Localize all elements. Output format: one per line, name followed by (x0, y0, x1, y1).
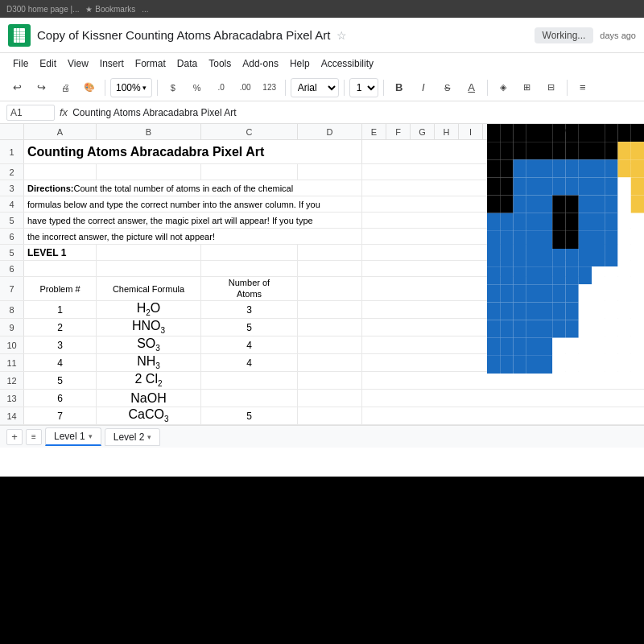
font-selector[interactable]: Arial (291, 78, 339, 97)
cell-2d[interactable] (298, 164, 362, 180)
cell-16d[interactable] (298, 407, 362, 424)
cell-9d[interactable] (298, 277, 362, 300)
formula-h2o[interactable]: H2O (97, 301, 201, 318)
row-num-9: 7 (0, 277, 24, 300)
problem-num-2[interactable]: 2 (24, 319, 97, 336)
strikethrough-button[interactable]: S (437, 77, 458, 98)
align-button[interactable]: ≡ (572, 77, 593, 98)
font-size-selector[interactable]: 18 (349, 78, 378, 97)
fill-color-button[interactable]: ◈ (493, 77, 514, 98)
cell-7b[interactable] (97, 245, 201, 260)
zoom-selector[interactable]: 100% ▾ (110, 78, 152, 97)
atoms-4[interactable]: 4 (201, 354, 298, 371)
format123-button[interactable]: 123 (259, 77, 280, 98)
italic-button[interactable]: I (413, 77, 434, 98)
menu-data[interactable]: Data (172, 56, 202, 71)
underline-button[interactable]: A (461, 77, 482, 98)
menu-file[interactable]: File (8, 56, 33, 71)
borders-button[interactable]: ⊞ (517, 77, 538, 98)
row-num-16: 14 (0, 407, 24, 424)
cell-13d[interactable] (298, 354, 362, 371)
atoms-7[interactable]: 5 (201, 407, 298, 424)
cell-15d[interactable] (298, 390, 362, 407)
problem-num-7[interactable]: 7 (24, 407, 97, 424)
directions-row5[interactable]: have typed the correct answer, the magic… (24, 213, 362, 228)
merge-button[interactable]: ⊟ (541, 77, 562, 98)
browser-tab-other[interactable]: ... (142, 5, 148, 14)
cell-2b[interactable] (97, 164, 201, 180)
toolbar: ↩ ↪ 🖨 🎨 100% ▾ $ % .0 .00 123 Arial 18 B… (0, 74, 644, 101)
header-atoms[interactable]: Number ofAtoms (201, 277, 298, 300)
problem-num-6[interactable]: 6 (24, 390, 97, 407)
paint-format-button[interactable]: 🎨 (79, 77, 100, 98)
level-label-cell[interactable]: LEVEL 1 (24, 245, 97, 260)
cell-2c[interactable] (201, 164, 298, 180)
sheets-wrapper: Copy of Kissner Counting Atoms Abracadab… (0, 18, 644, 477)
formula-2cl2[interactable]: 2 Cl2 (97, 372, 201, 389)
title-cell[interactable]: Counting Atoms Abracadabra Pixel Art (24, 140, 362, 163)
sheet-list-button[interactable]: ≡ (26, 429, 42, 445)
atoms-2[interactable]: 5 (201, 319, 298, 336)
cell-8a[interactable] (24, 261, 97, 276)
menu-insert[interactable]: Insert (95, 56, 129, 71)
corner-header (0, 124, 24, 139)
cell-2a[interactable] (24, 164, 97, 180)
header-formula[interactable]: Chemical Formula (97, 277, 201, 300)
redo-button[interactable]: ↪ (31, 77, 52, 98)
menu-addons[interactable]: Add-ons (237, 56, 283, 71)
decimal00-button[interactable]: .00 (235, 77, 256, 98)
problem-num-3[interactable]: 3 (24, 336, 97, 353)
percent-button[interactable]: % (187, 77, 208, 98)
dollar-button[interactable]: $ (163, 77, 184, 98)
formula-nh3[interactable]: NH3 (97, 354, 201, 371)
problem-num-1[interactable]: 1 (24, 301, 97, 318)
cell-8c[interactable] (201, 261, 298, 276)
col-header-f: F (386, 124, 411, 139)
menu-format[interactable]: Format (130, 56, 171, 71)
zoom-value: 100% (116, 82, 141, 93)
col-header-a: A (24, 124, 97, 139)
row-num-13: 11 (0, 354, 24, 371)
row-num-8: 6 (0, 261, 24, 276)
decimal0-button[interactable]: .0 (211, 77, 232, 98)
directions-row6[interactable]: the incorrect answer, the picture will n… (24, 229, 362, 244)
problem-num-4[interactable]: 4 (24, 354, 97, 371)
formula-hno3[interactable]: HNO3 (97, 319, 201, 336)
print-button[interactable]: 🖨 (55, 77, 76, 98)
undo-button[interactable]: ↩ (6, 77, 27, 98)
formula-caco3[interactable]: CaCO3 (97, 407, 201, 424)
atoms-1[interactable]: 3 (201, 301, 298, 318)
atoms-3[interactable]: 4 (201, 336, 298, 353)
bold-button[interactable]: B (389, 77, 410, 98)
directions-row4[interactable]: formulas below and type the correct numb… (24, 196, 362, 212)
formula-so3[interactable]: SO3 (97, 336, 201, 353)
cell-reference-input[interactable] (6, 105, 55, 121)
menu-tools[interactable]: Tools (204, 56, 236, 71)
cell-14d[interactable] (298, 372, 362, 389)
sheet-tab-level2[interactable]: Level 2 ▾ (105, 428, 161, 446)
cell-12d[interactable] (298, 336, 362, 353)
atoms-6[interactable] (201, 390, 298, 407)
menu-bar: File Edit View Insert Format Data Tools … (0, 53, 644, 74)
star-icon[interactable]: ☆ (336, 29, 347, 42)
toolbar-divider-1 (105, 80, 105, 96)
formula-naoh[interactable]: NaOH (97, 390, 201, 407)
menu-view[interactable]: View (63, 56, 93, 71)
add-sheet-button[interactable]: + (6, 429, 23, 445)
cell-8d[interactable] (298, 261, 362, 276)
cell-10d[interactable] (298, 301, 362, 318)
sheet-tab-level1[interactable]: Level 1 ▾ (45, 427, 101, 446)
browser-tab-inactive[interactable]: D300 home page |... (6, 5, 79, 14)
cell-7d[interactable] (298, 245, 362, 260)
directions-row3[interactable]: Directions: Count the total number of at… (24, 180, 362, 196)
problem-num-5[interactable]: 5 (24, 372, 97, 389)
menu-edit[interactable]: Edit (35, 56, 61, 71)
browser-tab-bookmarks[interactable]: ★ Bookmarks (85, 5, 135, 14)
atoms-5[interactable] (201, 372, 298, 389)
menu-accessibility[interactable]: Accessibility (316, 56, 378, 71)
cell-8b[interactable] (97, 261, 201, 276)
menu-help[interactable]: Help (285, 56, 315, 71)
header-problem[interactable]: Problem # (24, 277, 97, 300)
cell-7c[interactable] (201, 245, 298, 260)
cell-11d[interactable] (298, 319, 362, 336)
